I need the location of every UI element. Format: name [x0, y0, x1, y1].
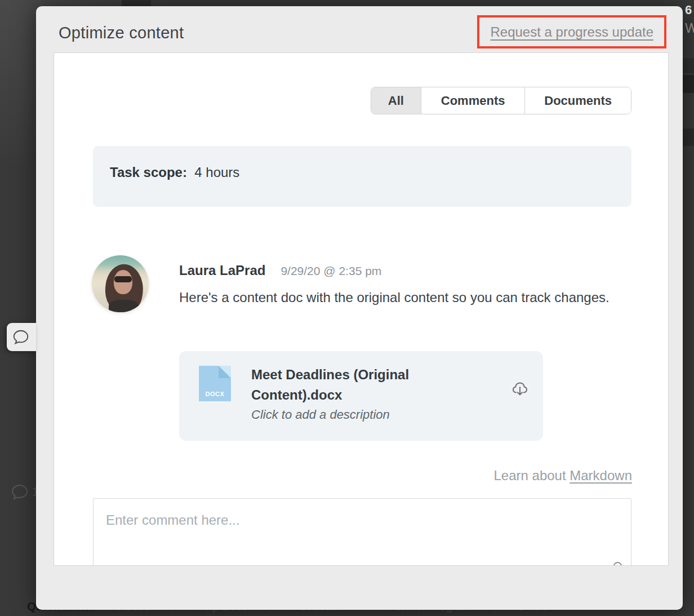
background-number-fragment: 6: [685, 3, 692, 17]
request-progress-update-link[interactable]: Request a progress update: [490, 24, 653, 40]
comment-bubble-icon: [12, 329, 30, 345]
comment-timestamp: 9/29/20 @ 2:35 pm: [281, 264, 381, 278]
comment-author: Laura LaPrad: [179, 263, 265, 278]
background-row-fragment: [682, 128, 694, 146]
background-fragment: [122, 0, 151, 6]
comments-side-tab[interactable]: [7, 323, 36, 351]
comment-count-indicator: 1: [10, 484, 38, 500]
activity-panel: All Comments Documents Task scope: 4 hou…: [54, 52, 669, 566]
avatar-art: [114, 276, 131, 282]
cloud-download-icon[interactable]: [511, 380, 528, 397]
activity-filter-tabs: All Comments Documents: [371, 87, 631, 114]
task-scope-label: Task scope:: [110, 165, 187, 180]
background-row-fragment: [682, 58, 694, 73]
attachment-filename[interactable]: Meet Deadlines (Original Content).docx: [251, 365, 437, 405]
task-scope-banner: Task scope: 4 hours: [93, 146, 631, 207]
optimize-content-modal: Optimize content Request a progress upda…: [36, 6, 683, 610]
comment-text: Here's a content doc with the original c…: [179, 286, 613, 309]
comment-header: Laura LaPrad 9/29/20 @ 2:35 pm: [179, 263, 381, 278]
markdown-link[interactable]: Markdown: [570, 468, 632, 483]
background-letter-fragment: W: [685, 20, 694, 36]
attachment-card[interactable]: DOCX Meet Deadlines (Original Content).d…: [179, 351, 543, 441]
comment-bubble-icon: [10, 484, 29, 500]
attachment-description-placeholder[interactable]: Click to add a description: [251, 407, 390, 422]
tab-all[interactable]: All: [371, 87, 421, 114]
background-row-fragment: [682, 75, 694, 93]
markdown-hint: Learn about Markdown: [494, 468, 633, 484]
avatar: [92, 255, 149, 312]
screen: 6 W 1 Quick links: Videos | Help Docs | …: [0, 0, 694, 616]
docx-file-icon: DOCX: [199, 366, 231, 401]
docx-type-label: DOCX: [199, 391, 231, 397]
tab-comments[interactable]: Comments: [421, 87, 525, 114]
task-scope-value-text: 4 hours: [194, 165, 239, 180]
comment-input[interactable]: [93, 498, 631, 566]
modal-title: Optimize content: [59, 24, 184, 42]
tab-documents[interactable]: Documents: [524, 87, 631, 114]
markdown-hint-prefix: Learn about: [494, 468, 570, 483]
annotation-highlight-box: Request a progress update: [477, 15, 666, 48]
avatar-art: [109, 300, 139, 312]
